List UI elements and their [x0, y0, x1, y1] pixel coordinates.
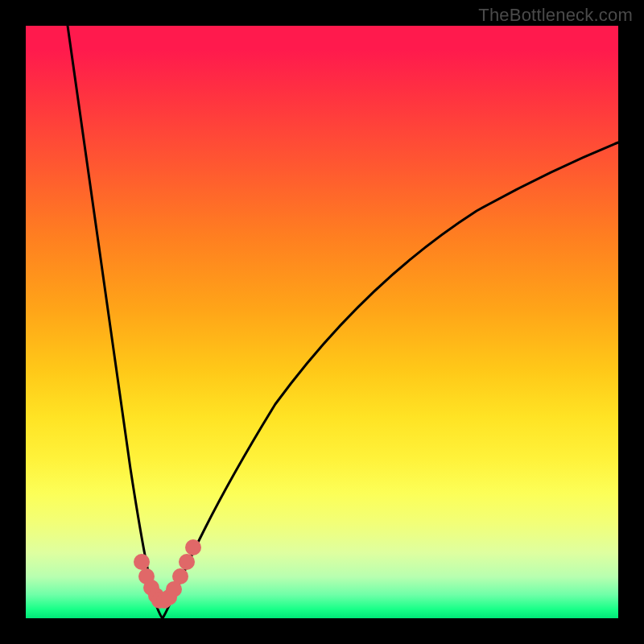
svg-point-0	[134, 554, 150, 570]
svg-point-10	[185, 539, 201, 555]
chart-svg	[26, 26, 618, 618]
svg-point-8	[172, 568, 188, 584]
curve-left-branch	[68, 26, 163, 618]
watermark-text: TheBottleneck.com	[478, 5, 633, 26]
svg-point-9	[179, 554, 195, 570]
chart-frame: TheBottleneck.com	[0, 0, 644, 644]
curve-right-branch	[163, 142, 618, 618]
chart-plot-area	[26, 26, 618, 618]
